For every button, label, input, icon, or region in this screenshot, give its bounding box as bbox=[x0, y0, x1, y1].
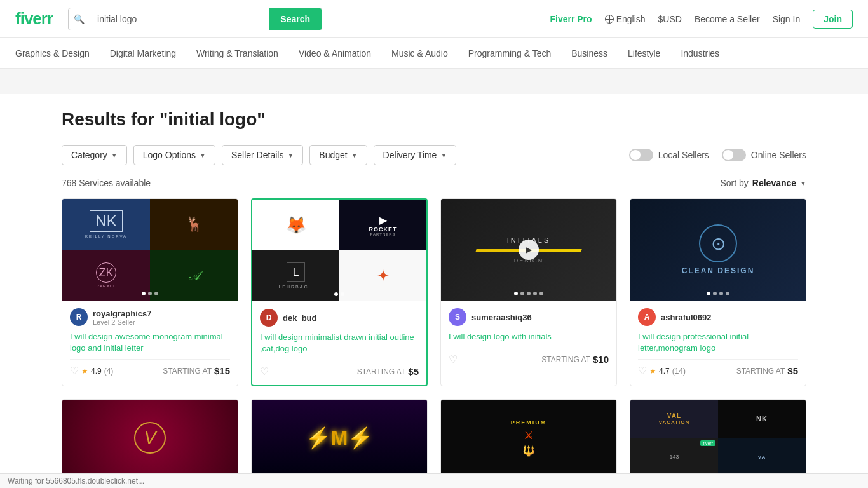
price-info-4: STARTING AT $5 bbox=[736, 365, 798, 376]
nav-video-animation[interactable]: Video & Animation bbox=[299, 46, 371, 61]
budget-filter[interactable]: Budget ▼ bbox=[309, 145, 367, 165]
price-value-1: $15 bbox=[214, 365, 230, 376]
card-footer-2: ♡ STARTING AT $5 bbox=[260, 360, 419, 377]
avatar-2: D bbox=[260, 309, 278, 327]
play-button-3[interactable]: ▶ bbox=[519, 240, 539, 260]
card-img-quad-1: NK KEILLY NORVA bbox=[62, 199, 150, 250]
carousel-dot bbox=[341, 292, 344, 296]
seller-name-1[interactable]: royalgraphics7 bbox=[93, 309, 152, 318]
logo-options-filter[interactable]: Logo Options ▼ bbox=[133, 145, 215, 165]
card-img-quad-4: 𝒜 bbox=[150, 250, 238, 301]
carousel-dots bbox=[334, 292, 344, 296]
sign-in-link[interactable]: Sign In bbox=[773, 14, 801, 24]
category-filter[interactable]: Category ▼ bbox=[62, 145, 127, 165]
seller-details-filter[interactable]: Seller Details ▼ bbox=[222, 145, 303, 165]
seller-name-4[interactable]: ashraful0692 bbox=[661, 313, 712, 322]
card-title-4[interactable]: I will design professional initial lette… bbox=[638, 331, 798, 354]
avatar-4: A bbox=[638, 308, 656, 326]
card-footer-4: ♡ ★ 4.7 (14) STARTING AT $5 bbox=[638, 359, 798, 377]
search-input[interactable] bbox=[90, 9, 269, 29]
seller-name-2[interactable]: dek_bud bbox=[283, 313, 316, 323]
chevron-down-icon: ▼ bbox=[440, 152, 447, 159]
carousel-dot bbox=[533, 292, 537, 295]
carousel-dot bbox=[154, 292, 158, 295]
globe-icon bbox=[605, 15, 614, 24]
card-image-6: ⚡M⚡ bbox=[252, 400, 427, 476]
join-button[interactable]: Join bbox=[813, 10, 853, 29]
rating-value-4: 4.7 bbox=[659, 367, 670, 376]
avatar-3: S bbox=[449, 308, 466, 326]
main-content: Results for "initial logo" Category ▼ Lo… bbox=[46, 94, 822, 477]
card-img-quad-3: ZK ZAG KOI bbox=[62, 250, 150, 301]
nav-programming-tech[interactable]: Programming & Tech bbox=[468, 46, 551, 61]
nav-industries[interactable]: Industries bbox=[681, 46, 719, 61]
service-card-5[interactable]: V bbox=[62, 399, 238, 477]
service-card-8[interactable]: VAL VACATION NK fiverr 143 VA bbox=[630, 399, 806, 477]
card-image-2: 🦊 ▶ ROCKET PARTNERS L LEHRBACH bbox=[252, 200, 426, 301]
delivery-time-filter[interactable]: Delivery Time ▼ bbox=[374, 145, 457, 165]
favorite-button-2[interactable]: ♡ bbox=[260, 365, 269, 377]
carousel-dot bbox=[527, 292, 531, 295]
header: fiverr 🔍 Search Fiverr Pro English $USD … bbox=[0, 0, 868, 38]
rating-1: ♡ ★ 4.9 (4) bbox=[70, 365, 113, 377]
service-card-4[interactable]: ⊙ CLEAN DESIGN A ashraful0692 I wil bbox=[630, 198, 806, 386]
online-sellers-toggle[interactable]: Online Sellers bbox=[722, 149, 806, 161]
become-seller-link[interactable]: Become a Seller bbox=[695, 14, 760, 24]
card-image-4: ⊙ CLEAN DESIGN bbox=[630, 199, 806, 301]
cards-grid: NK KEILLY NORVA 🦌 ZK ZAG KOI 𝒜 bbox=[62, 198, 806, 386]
nav-digital-marketing[interactable]: Digital Marketing bbox=[110, 46, 176, 61]
nav-business[interactable]: Business bbox=[571, 46, 607, 61]
local-sellers-toggle[interactable]: Local Sellers bbox=[629, 149, 709, 161]
fiverr-pro-link[interactable]: Fiverr Pro bbox=[550, 14, 592, 24]
card-img-quad-3: L LEHRBACH bbox=[252, 250, 339, 301]
search-button[interactable]: Search bbox=[269, 8, 322, 30]
local-sellers-switch[interactable] bbox=[629, 149, 653, 161]
star-icon: ★ bbox=[649, 367, 656, 376]
favorite-button-3[interactable]: ♡ bbox=[449, 353, 458, 365]
results-count: 768 Services available bbox=[62, 178, 151, 188]
online-sellers-switch[interactable] bbox=[722, 149, 746, 161]
card-title-2[interactable]: I will design minimalist drawn initial o… bbox=[260, 332, 419, 355]
language-selector[interactable]: English bbox=[605, 14, 646, 24]
currency-selector[interactable]: $USD bbox=[658, 14, 682, 24]
card-body-3: S sumeraashiq36 I will design logo with … bbox=[441, 301, 616, 373]
status-bar: Waiting for 5566805.fls.doubleclick.net.… bbox=[0, 473, 868, 477]
review-count-4: (14) bbox=[672, 367, 686, 376]
banner bbox=[0, 69, 868, 94]
seller-name-block-2: dek_bud bbox=[283, 313, 316, 323]
card-image-7: PREMIUM ⚔ 🔱 bbox=[441, 400, 616, 476]
card-title-1[interactable]: I will design awesome monogram minimal l… bbox=[70, 331, 230, 354]
nav-lifestyle[interactable]: Lifestyle bbox=[628, 46, 660, 61]
nav-writing-translation[interactable]: Writing & Translation bbox=[196, 46, 278, 61]
price-info-2: STARTING AT $5 bbox=[357, 366, 419, 377]
chevron-down-icon: ▼ bbox=[351, 152, 358, 159]
seller-info-1: R royalgraphics7 Level 2 Seller bbox=[70, 308, 230, 326]
main-nav: Graphics & Design Digital Marketing Writ… bbox=[0, 38, 868, 69]
seller-name-3[interactable]: sumeraashiq36 bbox=[471, 313, 532, 322]
carousel-dot bbox=[142, 292, 146, 295]
second-row-cards: V ⚡M⚡ PREMIUM ⚔ 🔱 bbox=[62, 399, 806, 477]
sort-by-dropdown[interactable]: Sort by Relevance ▼ bbox=[720, 178, 806, 188]
logo[interactable]: fiverr bbox=[15, 9, 53, 29]
price-value-2: $5 bbox=[408, 366, 419, 377]
service-card-6[interactable]: ⚡M⚡ bbox=[251, 399, 428, 477]
card-img-quad-4: ✦ bbox=[339, 250, 426, 301]
price-value-4: $5 bbox=[787, 365, 798, 376]
card-img-quad-1: 🦊 bbox=[252, 200, 339, 250]
favorite-button-4[interactable]: ♡ bbox=[638, 365, 647, 377]
service-card-7[interactable]: PREMIUM ⚔ 🔱 bbox=[440, 399, 617, 477]
carousel-dot bbox=[713, 292, 717, 295]
service-card-3[interactable]: INITIALS DESIGN ▶ S sumeraashiq36 bbox=[440, 198, 617, 386]
seller-info-4: A ashraful0692 bbox=[638, 308, 798, 326]
card-title-3[interactable]: I will design logo with initials bbox=[449, 331, 609, 342]
service-card-2[interactable]: 🦊 ▶ ROCKET PARTNERS L LEHRBACH bbox=[251, 198, 428, 386]
results-header: 768 Services available Sort by Relevance… bbox=[62, 178, 806, 188]
service-card-1[interactable]: NK KEILLY NORVA 🦌 ZK ZAG KOI 𝒜 bbox=[62, 198, 238, 386]
star-icon: ★ bbox=[81, 367, 88, 376]
nav-music-audio[interactable]: Music & Audio bbox=[391, 46, 448, 61]
nav-graphics-design[interactable]: Graphics & Design bbox=[15, 46, 90, 61]
chevron-down-icon: ▼ bbox=[200, 152, 206, 159]
favorite-button-1[interactable]: ♡ bbox=[70, 365, 79, 377]
card-body-4: A ashraful0692 I will design professiona… bbox=[630, 301, 806, 384]
card-footer-3: ♡ STARTING AT $10 bbox=[449, 348, 609, 365]
